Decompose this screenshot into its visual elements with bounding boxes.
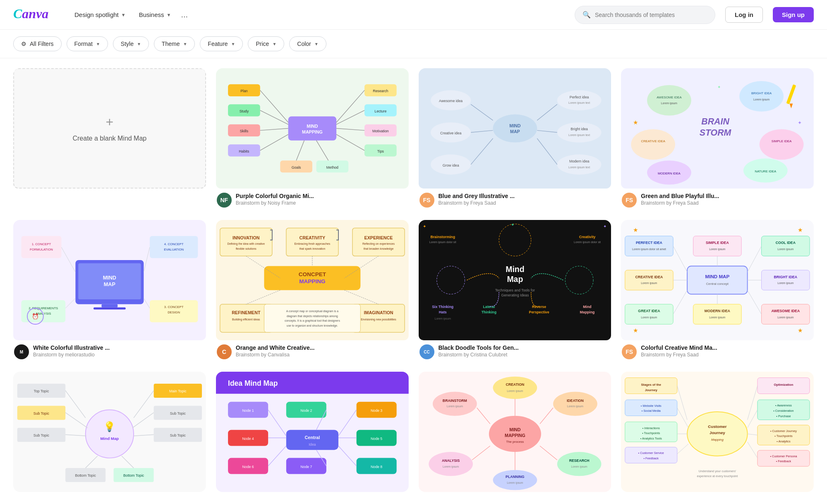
svg-text:• Website Visits: • Website Visits [641,404,662,408]
svg-rect-183 [762,270,810,290]
chevron-down-icon: ▼ [231,42,235,46]
svg-text:Lorem ipsum: Lorem ipsum [777,248,794,251]
svg-text:Techniques and Tools for: Techniques and Tools for [495,288,535,292]
svg-text:Motivation: Motivation [372,129,389,133]
card-title: Orange and White Creative... [236,344,408,351]
svg-text:Lorem ipsum: Lorem ipsum [710,248,726,251]
format-filter-button[interactable]: Format ▼ [67,36,108,51]
card-thumbnail: MIND MAPPING The process BRAINSTORM Lore… [419,372,611,492]
template-card-purple-colorful[interactable]: MIND MAPPING Plan Study Skills Habits Re… [216,68,409,210]
template-card-mind-map-simple[interactable]: Top Topic Sub Topic Sub Topic 💡 Mind Map… [13,372,206,492]
svg-rect-87 [101,304,117,308]
svg-rect-129 [264,304,360,332]
svg-point-270 [553,392,597,416]
svg-text:Lateral: Lateral [483,305,495,309]
svg-text:1. CONCEPT: 1. CONCEPT [32,242,51,246]
card-thumbnail: MIND MAP 1. CONCEPT FORMULATION 4. CONCE… [13,220,206,340]
svg-text:Lorem ipsum: Lorem ipsum [507,481,523,485]
template-card-orange-white[interactable]: INNOVATION Defining the idea with creati… [216,220,409,362]
style-filter-button[interactable]: Style ▼ [113,36,149,51]
canva-logo[interactable]: Canva [13,5,59,25]
login-button[interactable]: Log in [725,7,763,23]
svg-text:✦: ✦ [717,85,721,89]
chevron-down-icon: ▼ [167,12,171,17]
nav-business[interactable]: Business ▼ [133,8,177,21]
svg-text:Node 1: Node 1 [242,408,254,413]
card-info: M White Colorful Illustrative ... Brains… [13,340,206,362]
svg-text:Lorem ipsum: Lorem ipsum [443,465,459,468]
svg-point-67 [631,129,676,160]
svg-text:Skills: Skills [240,129,248,133]
blank-card-label: Create a blank Mind Map [72,135,146,142]
svg-point-278 [557,452,601,476]
svg-text:Idea: Idea [309,442,316,447]
nav-design-spotlight[interactable]: Design spotlight ▼ [69,8,132,21]
theme-filter-button[interactable]: Theme ▼ [154,36,195,51]
svg-text:Bottom Topic: Bottom Topic [123,473,144,478]
feature-filter-button[interactable]: Feature ▼ [200,36,243,51]
template-card-brain-storm[interactable]: AWESOME IDEA Lorem ipsum BRIGHT IDEA Lor… [621,68,814,210]
svg-text:REFINEMENT: REFINEMENT [232,310,261,315]
blank-mind-map-card[interactable]: + Create a blank Mind Map [13,68,206,210]
svg-text:• Touchpoints: • Touchpoints [642,432,660,435]
svg-text:Mapping: Mapping [580,310,594,314]
svg-text:Stages of the: Stages of the [641,383,662,387]
nav-more[interactable]: ... [178,7,190,23]
card-text: Blue and Grey Illustrative ... Brainstor… [439,193,611,206]
svg-text:Six Thinking: Six Thinking [432,305,453,309]
svg-text:Node 6: Node 6 [242,465,254,469]
card-subtitle: Brainstorm by Noisy Frame [236,200,408,206]
svg-point-52 [557,122,601,143]
theme-label: Theme [162,41,180,47]
card-thumbnail: Top Topic Sub Topic Sub Topic 💡 Mind Map… [13,372,206,492]
svg-text:RESEARCH: RESEARCH [569,459,589,463]
svg-text:• Feedback: • Feedback [644,456,659,460]
svg-text:Main Topic: Main Topic [169,389,187,394]
svg-rect-88 [93,308,126,310]
price-filter-button[interactable]: Price ▼ [248,36,284,51]
svg-text:Lorem ipsum: Lorem ipsum [434,317,451,320]
svg-text:Bottom Topic: Bottom Topic [75,473,96,478]
avatar: NF [217,193,232,208]
card-title: Colorful Creative Mind Ma... [641,344,813,351]
svg-text:Customer: Customer [708,424,727,429]
svg-text:★: ★ [798,327,803,334]
svg-text:Bright idea: Bright idea [571,127,588,131]
svg-text:Lorem ipsum text: Lorem ipsum text [568,101,590,105]
svg-text:Sub Topic: Sub Topic [34,433,50,437]
header: Canva Design spotlight ▼ Business ▼ ... … [0,0,827,30]
svg-text:Embracing fresh approaches: Embracing fresh approaches [294,242,330,246]
svg-text:Node 3: Node 3 [371,408,382,413]
template-card-black-doodle[interactable]: Mind Map Techniques and Tools for Genera… [419,220,611,362]
signup-button[interactable]: Sign up [773,7,814,22]
svg-rect-89 [21,236,61,258]
template-card-mind-mapping-pink[interactable]: MIND MAPPING The process BRAINSTORM Lore… [419,372,611,492]
svg-text:Goals: Goals [291,165,301,170]
svg-text:• Touchpoints: • Touchpoints [775,434,793,438]
svg-rect-177 [625,270,673,290]
svg-text:Lorem ipsum: Lorem ipsum [567,405,583,408]
svg-text:GREAT IDEA: GREAT IDEA [638,309,661,313]
svg-text:use to organize and structure : use to organize and structure knowledge. [287,324,338,327]
svg-point-266 [432,392,477,416]
search-input[interactable] [595,12,707,18]
svg-text:Top Topic: Top Topic [34,389,49,394]
template-card-white-colorful[interactable]: MIND MAP 1. CONCEPT FORMULATION 4. CONCE… [13,220,206,362]
svg-text:Sub Topic: Sub Topic [170,433,186,437]
blank-card-thumb[interactable]: + Create a blank Mind Map [13,68,206,189]
svg-text:Lorem ipsum: Lorem ipsum [641,282,658,285]
svg-text:Mapping: Mapping [711,438,724,442]
svg-text:Lorem ipsum: Lorem ipsum [571,465,587,468]
svg-text:4. CONCEPT: 4. CONCEPT [164,242,184,246]
all-filters-button[interactable]: ⚙ All Filters [13,36,62,51]
template-card-colorful-creative[interactable]: ★ ★ ★ ★ PERFECT IDEA Lorem ipsum dolor s… [621,220,814,362]
template-card-customer-journey[interactable]: Stages of the Journey • Website Visits •… [621,372,814,492]
card-text: Black Doodle Tools for Gen... Brainstorm… [439,344,611,358]
svg-rect-318 [757,450,810,466]
template-card-blue-grey[interactable]: MIND MAP Awesome idea Creative idea Grow… [419,68,611,210]
template-card-idea-mind[interactable]: Idea Mind Map Node 1 Node 2 Node 3 Node … [216,372,409,492]
svg-text:Perspective: Perspective [529,310,549,314]
style-label: Style [121,41,134,47]
color-filter-button[interactable]: Color ▼ [289,36,326,51]
svg-text:Lorem ipsum: Lorem ipsum [661,102,678,105]
